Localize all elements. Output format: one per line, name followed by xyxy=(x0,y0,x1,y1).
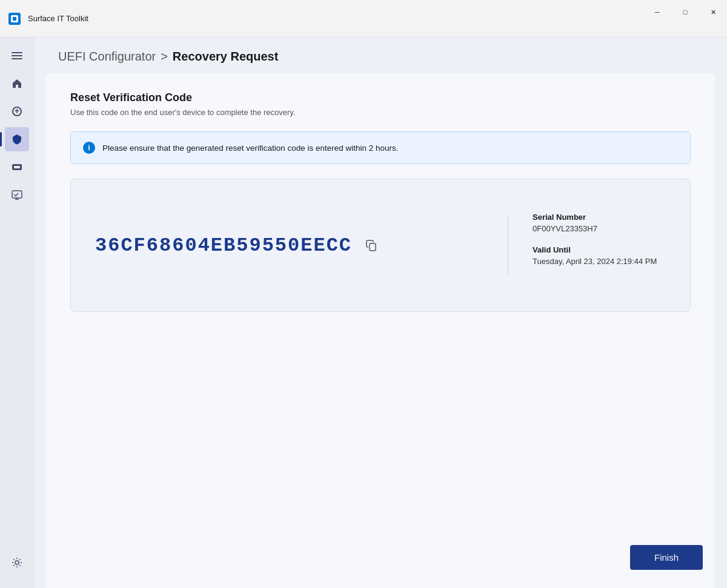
info-banner: i Please ensure that the generated reset… xyxy=(70,131,691,164)
serial-number-label: Serial Number xyxy=(533,213,666,222)
breadcrumb-current: Recovery Request xyxy=(173,50,279,64)
svg-rect-3 xyxy=(12,52,22,53)
breadcrumb-parent[interactable]: UEFI Configurator xyxy=(58,50,156,64)
app-layout: UEFI Configurator > Recovery Request Res… xyxy=(0,38,727,588)
sidebar-item-menu[interactable] xyxy=(5,44,29,68)
info-text: Please ensure that the generated reset v… xyxy=(102,144,399,153)
sidebar-item-update[interactable] xyxy=(5,99,29,124)
sidebar-item-home[interactable] xyxy=(5,71,29,96)
sidebar-item-deploy[interactable] xyxy=(5,155,29,179)
minimize-button[interactable]: ─ xyxy=(643,0,671,24)
home-icon xyxy=(12,78,22,89)
svg-rect-5 xyxy=(12,58,22,59)
app-logo xyxy=(7,12,22,26)
content-area: UEFI Configurator > Recovery Request Res… xyxy=(34,38,727,588)
copy-button[interactable] xyxy=(362,236,381,255)
gear-icon xyxy=(12,557,22,568)
monitor-icon xyxy=(12,190,22,200)
update-icon xyxy=(12,106,22,117)
verification-code: 36CF68604EB59550EECC xyxy=(95,234,352,257)
code-card: 36CF68604EB59550EECC Serial Number 0F00Y… xyxy=(70,179,691,312)
finish-button[interactable]: Finish xyxy=(630,545,703,570)
app-title: Surface IT Toolkit xyxy=(28,14,88,23)
sidebar-item-monitor[interactable] xyxy=(5,183,29,207)
info-icon: i xyxy=(83,142,95,154)
uefi-icon xyxy=(12,134,22,145)
code-section: 36CF68604EB59550EECC xyxy=(95,234,483,257)
close-button[interactable]: ✕ xyxy=(699,0,727,24)
main-panel: Reset Verification Code Use this code on… xyxy=(46,73,715,588)
svg-rect-11 xyxy=(370,243,376,251)
serial-number-value: 0F00YVL23353H7 xyxy=(533,224,666,233)
maximize-button[interactable]: □ xyxy=(671,0,699,24)
menu-icon xyxy=(12,50,22,61)
sidebar xyxy=(0,38,34,588)
sidebar-item-uefi[interactable] xyxy=(5,127,29,151)
svg-rect-2 xyxy=(13,17,16,21)
breadcrumb-separator: > xyxy=(161,50,168,64)
sidebar-bottom xyxy=(5,550,29,578)
svg-rect-4 xyxy=(12,55,22,56)
title-bar: Surface IT Toolkit ─ □ ✕ xyxy=(0,0,727,38)
finish-button-container: Finish xyxy=(630,545,703,570)
svg-point-10 xyxy=(15,561,19,564)
window-controls: ─ □ ✕ xyxy=(643,0,727,24)
valid-until-value: Tuesday, April 23, 2024 2:19:44 PM xyxy=(533,257,666,266)
sidebar-item-settings[interactable] xyxy=(5,550,29,575)
card-divider xyxy=(508,215,508,276)
valid-until-label: Valid Until xyxy=(533,245,666,254)
section-subtitle: Use this code on the end user's device t… xyxy=(70,108,691,117)
section-title: Reset Verification Code xyxy=(70,91,691,104)
breadcrumb: UEFI Configurator > Recovery Request xyxy=(34,38,727,73)
deploy-icon xyxy=(12,162,22,173)
copy-icon xyxy=(365,239,377,251)
svg-rect-8 xyxy=(14,166,20,168)
meta-section: Serial Number 0F00YVL23353H7 Valid Until… xyxy=(533,213,666,278)
